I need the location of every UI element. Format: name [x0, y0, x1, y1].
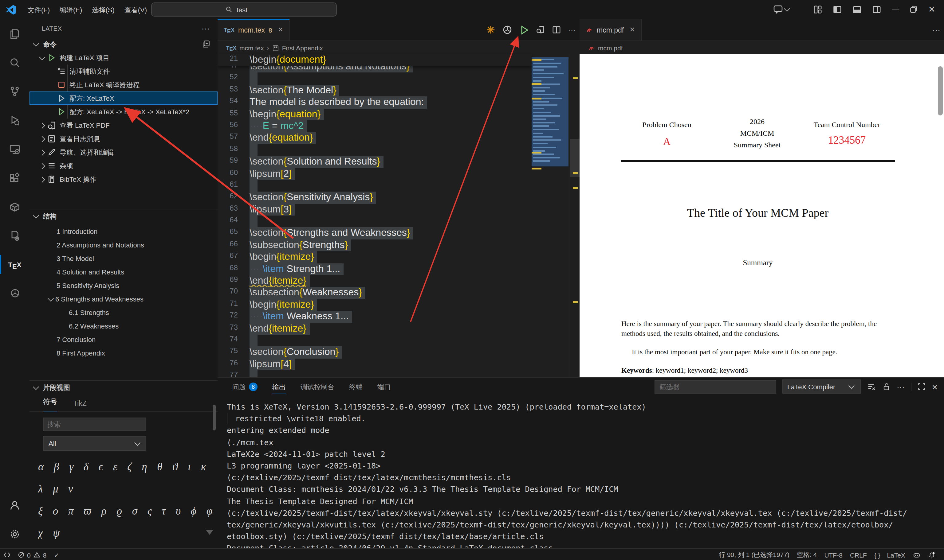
code-line-59[interactable]: 59\section{Solution and Results}	[217, 156, 532, 168]
settings-gear-icon[interactable]	[0, 520, 29, 548]
code-line-72[interactable]: 72····\item Weakness 1...	[217, 311, 532, 323]
symbol-search-input[interactable]	[43, 417, 146, 431]
language-mode[interactable]: { } LaTeX	[871, 549, 909, 560]
code-line-53[interactable]: 53\section{The Model}	[217, 85, 532, 97]
menu-0[interactable]: 文件(F)	[23, 3, 55, 15]
encoding-status[interactable]: UTF-8	[821, 549, 846, 560]
more-actions-icon[interactable]: ···	[897, 381, 905, 392]
output-log[interactable]: This is XeTeX, Version 3.141592653-2.6-0…	[227, 401, 940, 548]
view-pdf-icon[interactable]	[536, 25, 545, 34]
panel-tab-4[interactable]: 端口	[377, 378, 391, 396]
toggle-secondary-sidebar-icon[interactable]	[872, 5, 882, 14]
container-icon[interactable]	[0, 192, 29, 221]
pdf-preview[interactable]: Problem Chosen A 2026 MCM/ICM Summary Sh…	[580, 54, 944, 377]
explorer-icon[interactable]	[0, 19, 29, 48]
overview-ruler[interactable]	[570, 54, 580, 377]
customize-layout-icon[interactable]	[813, 5, 823, 14]
breadcrumb[interactable]: mcm.pdf	[580, 41, 944, 55]
breadcrumb-file[interactable]: mcm.tex	[239, 44, 264, 52]
code-line-77[interactable]: 77	[217, 370, 532, 377]
command-item-1[interactable]: 清理辅助文件	[29, 65, 217, 78]
maximize-panel-icon[interactable]	[918, 383, 925, 391]
code-line-73[interactable]: 73\end{itemize}	[217, 323, 532, 335]
code-line-62[interactable]: 62\section{Sensitivity Analysis}	[217, 192, 532, 204]
snippet-tab-TikZ[interactable]: TikZ	[73, 400, 86, 411]
code-area[interactable]: 5253\section{The Model}54The model is de…	[217, 73, 532, 377]
menu-3[interactable]: 查看(V)	[120, 3, 152, 15]
more-actions-icon[interactable]: ···	[568, 24, 576, 35]
openai-icon[interactable]	[502, 25, 512, 35]
scrollbar-thumb[interactable]	[938, 66, 943, 115]
more-actions-icon[interactable]: ···	[932, 25, 940, 34]
scrollbar-thumb[interactable]	[570, 139, 580, 177]
debug-icon[interactable]	[0, 106, 29, 134]
structure-item-5[interactable]: 6 Strengths and Weaknesses	[29, 292, 217, 306]
code-line-56[interactable]: 56····E = mc^2	[217, 120, 532, 132]
openai-icon[interactable]	[0, 279, 29, 308]
command-item-8[interactable]: 杂项	[29, 159, 217, 172]
check-status-icon[interactable]: ✓	[50, 549, 63, 560]
scroll-down-icon[interactable]	[206, 530, 213, 535]
command-item-7[interactable]: 导航、选择和编辑	[29, 146, 217, 159]
code-line-60[interactable]: 60\lipsum[2]	[217, 168, 532, 180]
code-line-63[interactable]: 63\lipsum[3]	[217, 203, 532, 215]
code-line-47[interactable]: 47\section{Assumptions and Notations}	[217, 66, 532, 73]
panel-tab-2[interactable]: 调试控制台	[301, 378, 334, 396]
output-filter-input[interactable]	[654, 380, 776, 393]
clear-output-icon[interactable]	[867, 382, 876, 391]
tab-mcm-tex[interactable]: TEX mcm.tex 8 ✕	[217, 19, 290, 40]
remote-indicator[interactable]	[0, 549, 14, 560]
close-icon[interactable]: ✕	[278, 26, 283, 34]
panel-tab-1[interactable]: 输出	[272, 378, 286, 396]
indentation-status[interactable]: 空格: 4	[793, 549, 821, 560]
command-item-3[interactable]: 配方: XeLaTeX	[29, 91, 217, 105]
snippet-tab-符号[interactable]: 符号	[43, 397, 57, 411]
problems-status[interactable]: 0 8	[14, 549, 50, 560]
scrollbar-thumb[interactable]	[213, 405, 216, 431]
code-line-69[interactable]: 69\end{itemize}	[217, 275, 532, 287]
extensions-icon[interactable]	[0, 163, 29, 192]
code-line-70[interactable]: 70\subsection{Weaknesses}	[217, 287, 532, 299]
source-control-icon[interactable]	[0, 77, 29, 106]
bell-icon[interactable]	[924, 549, 939, 560]
symbol-category-select[interactable]: All	[43, 436, 146, 451]
chat-icon[interactable]	[773, 4, 792, 14]
command-item-9[interactable]: BibTeX 操作	[29, 172, 217, 186]
code-line-58[interactable]: 58	[217, 144, 532, 156]
run-build-icon[interactable]	[519, 25, 529, 35]
structure-item-3[interactable]: 4 Solution and Results	[29, 265, 217, 279]
structure-item-6[interactable]: 6.1 Strengths	[29, 306, 217, 319]
eol-status[interactable]: CRLF	[846, 549, 871, 560]
copilot-icon[interactable]	[909, 549, 924, 560]
code-line-74[interactable]: 74	[217, 335, 532, 347]
code-line-61[interactable]: 61	[217, 180, 532, 192]
code-line-55[interactable]: 55\begin{equation}	[217, 108, 532, 120]
code-line-66[interactable]: 66\subsection{Strengths}	[217, 240, 532, 251]
more-actions-icon[interactable]: ···	[202, 24, 210, 33]
output-channel-select[interactable]: LaTeX Compiler	[782, 380, 861, 394]
close-panel-icon[interactable]: ✕	[932, 381, 938, 392]
cpp-icon[interactable]	[0, 221, 29, 250]
command-item-0[interactable]: 构建 LaTeX 项目	[29, 51, 217, 65]
toggle-sidebar-icon[interactable]	[833, 5, 842, 14]
symbol-grid[interactable]: α β γ δ ϵ ε ζ η θ ϑ ι κ λ μ νξ ο π ϖ ρ ϱ…	[38, 455, 218, 548]
code-line-75[interactable]: 75\section{Conclusion}	[217, 347, 532, 358]
structure-item-9[interactable]: 8 First Appendix	[29, 346, 217, 360]
structure-item-4[interactable]: 5 Sensitivity Analysis	[29, 279, 217, 292]
close-icon[interactable]: ✕	[629, 26, 635, 34]
code-line-68[interactable]: 68····\item Strength 1...	[217, 263, 532, 275]
search-input[interactable]	[235, 5, 262, 14]
code-line-57[interactable]: 57\end{equation}	[217, 132, 532, 144]
panel-tab-0[interactable]: 问题8	[232, 378, 258, 396]
restore-icon[interactable]	[910, 5, 918, 13]
code-line-76[interactable]: 76\lipsum[4]	[217, 358, 532, 371]
toggle-panel-icon[interactable]	[853, 5, 862, 14]
code-line-67[interactable]: 67\begin{itemize}	[217, 251, 532, 263]
section-structure[interactable]: 结构	[29, 209, 217, 223]
section-snippets[interactable]: 片段视图	[29, 380, 217, 394]
structure-item-8[interactable]: 7 Conclusion	[29, 333, 217, 346]
close-icon[interactable]: ✕	[928, 4, 935, 14]
collapse-all-icon[interactable]	[202, 40, 210, 48]
code-line-52[interactable]: 52	[217, 73, 532, 85]
tab-mcm-pdf[interactable]: mcm.pdf ✕	[580, 19, 642, 40]
